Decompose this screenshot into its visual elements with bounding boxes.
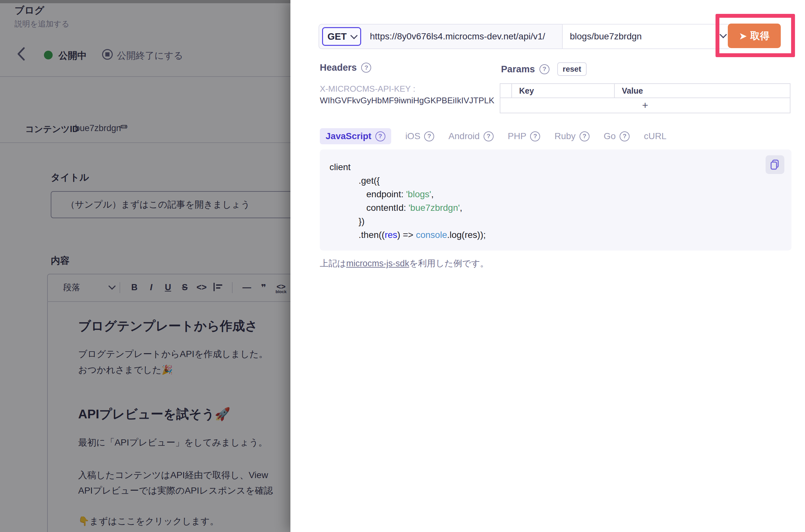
fetch-button[interactable]: ➤ 取得	[728, 23, 781, 48]
add-param-row-button[interactable]: +	[500, 98, 790, 113]
chevron-down-icon	[720, 33, 725, 39]
help-icon[interactable]: ?	[620, 131, 629, 141]
window-top-edge	[0, 0, 290, 3]
params-checkbox-column	[500, 84, 512, 97]
api-preview-drawer: GET https://8y0v676ls4.microcms-dev.net/…	[290, 0, 805, 532]
help-icon[interactable]: ?	[580, 131, 589, 141]
tab-javascript[interactable]: JavaScript ?	[320, 128, 391, 144]
params-key-header: Key	[512, 84, 615, 97]
language-tabs: JavaScript ? iOS ? Android ? PHP ? Ruby …	[320, 128, 666, 144]
sdk-link[interactable]: microcms-js-sdk	[346, 259, 409, 268]
copy-code-button[interactable]	[766, 155, 784, 174]
tab-ios[interactable]: iOS ?	[405, 131, 435, 141]
params-section-title: Params ? reset	[501, 62, 587, 76]
send-icon: ➤	[739, 30, 747, 42]
http-method-value: GET	[328, 31, 347, 42]
tab-curl[interactable]: cURL	[644, 131, 666, 141]
http-method-select[interactable]: GET	[322, 27, 361, 46]
params-value-header: Value	[615, 84, 790, 97]
help-icon[interactable]: ?	[424, 131, 434, 141]
content-editor-panel: ブログ 説明を追加する 公開中 公開終了にする コンテンツID bue7zbrd…	[0, 0, 290, 532]
help-icon[interactable]: ?	[539, 64, 549, 74]
tab-android[interactable]: Android ?	[449, 131, 494, 141]
help-icon[interactable]: ?	[361, 63, 371, 73]
code-sample: client.get({endpoint: 'blogs',contentId:…	[329, 160, 486, 242]
modal-dim-overlay[interactable]	[0, 0, 290, 532]
copy-icon	[769, 159, 781, 170]
help-icon[interactable]: ?	[376, 131, 385, 141]
base-url-text: https://8y0v676ls4.microcms-dev.net/api/…	[370, 31, 545, 42]
tab-ruby[interactable]: Ruby ?	[554, 131, 589, 141]
tab-go[interactable]: Go ?	[604, 131, 629, 141]
help-icon[interactable]: ?	[483, 131, 494, 141]
reset-params-button[interactable]: reset	[557, 62, 587, 76]
request-bar: GET https://8y0v676ls4.microcms-dev.net/…	[318, 24, 731, 49]
chevron-down-icon	[350, 32, 358, 39]
sdk-note: 上記はmicrocms-js-sdkを利用した例です。	[320, 258, 489, 269]
endpoint-path-value: blogs/bue7zbrdgn	[570, 31, 642, 42]
screen: ブログ 説明を追加する 公開中 公開終了にする コンテンツID bue7zbrd…	[0, 0, 805, 532]
help-icon[interactable]: ?	[530, 131, 540, 141]
endpoint-path-select[interactable]: blogs/bue7zbrdgn	[562, 24, 730, 49]
params-table: Key Value +	[500, 83, 790, 113]
params-table-header: Key Value	[500, 84, 790, 98]
tab-php[interactable]: PHP ?	[508, 131, 541, 141]
api-key-name: X-MICROCMS-API-KEY :	[320, 84, 416, 94]
headers-section-title: Headers ?	[320, 62, 371, 73]
code-sample-block: client.get({endpoint: 'blogs',contentId:…	[320, 150, 791, 250]
api-key-value: WIhGVFkvGyHbMF9iwniHgGKPBEiIkIVJTPLK	[320, 96, 494, 106]
